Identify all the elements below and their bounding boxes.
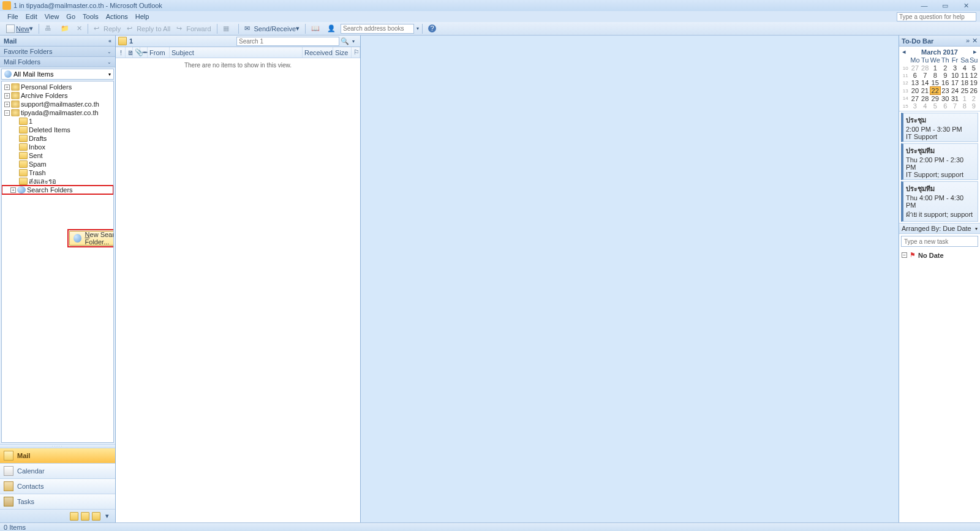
- message-list-pane: 1 🔍 ▾ ! 🗎 📎 ⥈ From Subject Received Size…: [116, 36, 361, 522]
- categorize-button[interactable]: ▦: [221, 23, 235, 34]
- close-button[interactable]: ✕: [959, 2, 973, 10]
- favorite-folders-header[interactable]: Favorite Folders ⌄: [0, 47, 115, 57]
- minimize-button[interactable]: —: [918, 2, 931, 10]
- folder-thai[interactable]: ส่งและรอ: [2, 177, 113, 186]
- nav-header-label: Mail: [4, 37, 17, 45]
- delete-button[interactable]: ✕: [74, 23, 85, 34]
- calendar-grid[interactable]: MoTuWeThFrSaSu 1027281234511678910111212…: [901, 56, 978, 110]
- datastore-icon: [11, 92, 20, 99]
- col-flag[interactable]: ⚐: [352, 47, 360, 58]
- next-month-button[interactable]: ▸: [972, 48, 978, 56]
- mail-folders-header[interactable]: Mail Folders ⌄: [0, 57, 115, 67]
- app-icon: [2, 1, 11, 10]
- collapse-nav-icon[interactable]: «: [108, 38, 111, 44]
- send-receive-button[interactable]: ✉Send/Receive ▾: [242, 23, 303, 34]
- search-icon: [4, 70, 12, 78]
- col-received[interactable]: Received: [303, 47, 333, 58]
- arranged-by[interactable]: Arranged By: Due Date▾: [899, 223, 980, 234]
- chevron-icon: ⌄: [107, 49, 111, 55]
- col-icon[interactable]: 📎: [133, 47, 140, 58]
- col-subject[interactable]: Subject: [170, 47, 303, 58]
- col-size[interactable]: Size: [333, 47, 352, 58]
- folder-icon: [19, 143, 28, 151]
- menu-help[interactable]: Help: [132, 13, 153, 20]
- appointment-item[interactable]: ประชุมทีมThu 4:00 PM - 4:30 PMฝ่าย it su…: [901, 181, 978, 222]
- menu-tools[interactable]: Tools: [79, 13, 102, 20]
- col-attachment[interactable]: ⥈: [140, 47, 148, 58]
- col-from[interactable]: From: [148, 47, 170, 58]
- reply-icon: ↩: [94, 24, 102, 33]
- address-book-button[interactable]: 👤: [325, 23, 339, 34]
- expand-icon: −: [902, 252, 907, 258]
- nav-calendar-button[interactable]: Calendar: [0, 463, 115, 478]
- menu-go[interactable]: Go: [62, 13, 79, 20]
- appointment-item[interactable]: ประชุมทีมThu 2:00 PM - 2:30 PMIT Support…: [901, 143, 978, 180]
- nav-header-mail: Mail «: [0, 36, 115, 47]
- menu-actions[interactable]: Actions: [102, 13, 132, 20]
- folder-trash[interactable]: Trash: [2, 168, 113, 177]
- move-button[interactable]: 📁: [58, 23, 73, 34]
- nav-tasks-button[interactable]: Tasks: [0, 494, 115, 509]
- reply-button[interactable]: ↩Reply: [91, 23, 123, 34]
- search-icon[interactable]: 🔍: [341, 37, 349, 45]
- folder-sent[interactable]: Sent: [2, 151, 113, 160]
- print-button[interactable]: 🖶: [42, 23, 57, 34]
- maximize-button[interactable]: ▭: [938, 2, 952, 10]
- menu-view[interactable]: View: [41, 13, 63, 20]
- tree-support-account[interactable]: +support@mailmaster.co.th: [2, 100, 113, 108]
- todo-collapse-icon[interactable]: »: [966, 37, 970, 45]
- navigation-pane: Mail « Favorite Folders ⌄ Mail Folders ⌄…: [0, 36, 116, 522]
- folder-icon: [19, 152, 28, 159]
- new-icon: [6, 24, 15, 33]
- toolbar: New ▾ 🖶 📁 ✕ ↩Reply ↩Reply to All ↪Forwar…: [0, 22, 980, 36]
- notes-icon[interactable]: [70, 512, 78, 521]
- prev-month-button[interactable]: ◂: [901, 48, 907, 56]
- menu-file[interactable]: File: [4, 13, 22, 20]
- nav-mail-button[interactable]: Mail: [0, 448, 115, 463]
- folder-list-icon[interactable]: [81, 512, 89, 521]
- help-button[interactable]: ?: [426, 23, 439, 34]
- chevron-icon: ⌄: [107, 59, 111, 65]
- print-icon: 🖶: [45, 24, 53, 33]
- search-folders-node[interactable]: +Search Folders: [2, 186, 113, 194]
- context-menu: New Search Folder...: [69, 231, 114, 246]
- nav-contacts-button[interactable]: Contacts: [0, 478, 115, 494]
- search-dropdown-icon[interactable]: ▾: [349, 39, 358, 44]
- reply-all-button[interactable]: ↩Reply to All: [124, 23, 173, 34]
- menu-new-search-folder[interactable]: New Search Folder...: [71, 233, 114, 244]
- folder-icon: [19, 135, 28, 142]
- empty-message: There are no items to show in this view.: [116, 58, 360, 69]
- configure-buttons-icon[interactable]: ▾: [103, 512, 111, 521]
- folder-1[interactable]: 1: [2, 117, 113, 126]
- appointment-item[interactable]: ประชุม2:00 PM - 3:30 PMIT Support: [901, 113, 978, 142]
- folder-drafts[interactable]: Drafts: [2, 134, 113, 143]
- new-task-input[interactable]: [901, 236, 978, 247]
- search-address-books-input[interactable]: [341, 24, 414, 34]
- task-group-nodate[interactable]: − ⚑ No Date: [902, 251, 978, 259]
- search-folder-icon: [17, 186, 26, 194]
- folder-inbox[interactable]: Inbox: [2, 143, 113, 151]
- folder-deleted[interactable]: Deleted Items: [2, 126, 113, 134]
- new-button[interactable]: New ▾: [4, 23, 36, 34]
- folder-spam[interactable]: Spam: [2, 160, 113, 168]
- forward-button[interactable]: ↪Forward: [174, 23, 213, 34]
- dropdown-arrow-icon: ▾: [108, 72, 111, 77]
- tree-archive-folders[interactable]: +Archive Folders: [2, 91, 113, 100]
- tree-tipyada-account[interactable]: −tipyada@mailmaster.co.th: [2, 108, 113, 117]
- calendar-widget: ◂ March 2017 ▸ MoTuWeThFrSaSu 1027281234…: [899, 47, 980, 111]
- help-icon: ?: [428, 24, 436, 32]
- tree-personal-folders[interactable]: +Personal Folders: [2, 83, 113, 91]
- shortcuts-icon[interactable]: [92, 512, 100, 521]
- col-importance[interactable]: !: [118, 47, 126, 58]
- todo-header: To-Do Bar »✕: [899, 36, 980, 47]
- help-search-input[interactable]: [897, 12, 976, 21]
- menu-edit[interactable]: Edit: [22, 13, 41, 20]
- address-book-icon: 📖: [311, 24, 320, 33]
- find-contact-button[interactable]: 📖: [309, 23, 323, 34]
- col-reminder[interactable]: 🗎: [126, 47, 133, 58]
- contacts-icon: [4, 481, 13, 491]
- all-mail-items-dropdown[interactable]: All Mail Items ▾: [1, 69, 114, 80]
- search-folder-input[interactable]: [236, 37, 339, 46]
- todo-close-icon[interactable]: ✕: [972, 37, 978, 45]
- datastore-icon: [11, 109, 20, 116]
